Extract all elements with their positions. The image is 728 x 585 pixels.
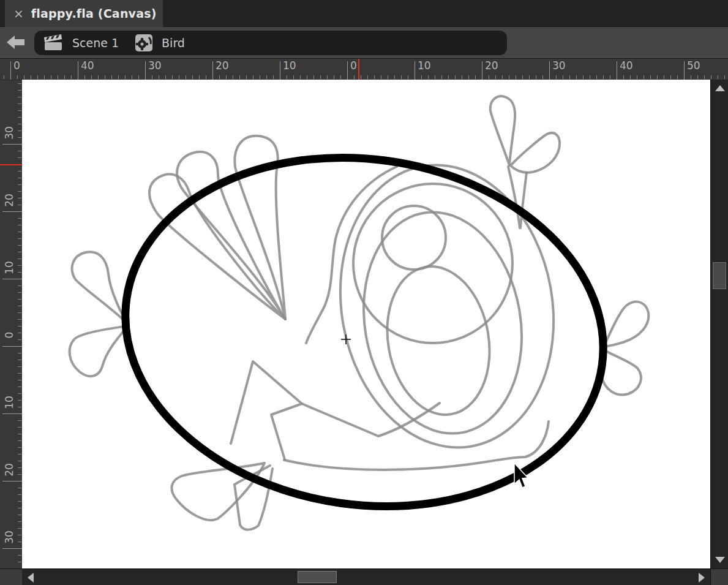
horizontal-ruler-minor-ticks bbox=[4, 75, 728, 79]
tab-close-icon[interactable]: × bbox=[13, 7, 24, 20]
vertical-scrollbar[interactable] bbox=[710, 80, 728, 568]
ruler-label: 40 bbox=[620, 59, 633, 72]
document-tab[interactable]: × flappy.fla (Canvas) bbox=[5, 0, 163, 27]
ruler-label: 50 bbox=[687, 59, 700, 72]
ruler-label: 10 bbox=[3, 390, 15, 415]
ruler-major-tick bbox=[347, 61, 348, 80]
ruler-major-tick bbox=[78, 61, 78, 80]
ruler-label: 20 bbox=[485, 59, 498, 72]
back-button[interactable] bbox=[6, 35, 26, 50]
symbol-breadcrumb-label[interactable]: Bird bbox=[162, 36, 185, 50]
scroll-right-button[interactable] bbox=[694, 569, 709, 585]
ruler-label: 0 bbox=[3, 323, 15, 347]
ruler-major-tick bbox=[415, 61, 415, 80]
scrollbar-corner-bottom-left bbox=[0, 568, 22, 585]
ruler-label: 40 bbox=[81, 59, 94, 72]
scene-breadcrumb-label[interactable]: Scene 1 bbox=[72, 36, 119, 50]
scene-clapperboard-icon bbox=[43, 34, 64, 52]
horizontal-ruler-red-marker bbox=[358, 59, 359, 80]
ruler-label: 30 bbox=[552, 59, 566, 72]
back-arrow-icon bbox=[6, 35, 26, 50]
ruler-major-tick bbox=[145, 61, 146, 80]
scroll-left-icon bbox=[28, 573, 34, 583]
ruler-major-tick bbox=[212, 61, 213, 80]
symbol-icon bbox=[135, 34, 153, 52]
tab-bar: × flappy.fla (Canvas) bbox=[0, 0, 728, 27]
horizontal-ruler: 04030201001020304050 bbox=[0, 59, 728, 80]
ruler-label: 30 bbox=[3, 121, 15, 145]
vertical-ruler-minor-ticks bbox=[18, 83, 21, 568]
scroll-down-button[interactable] bbox=[711, 553, 728, 567]
ruler-major-tick bbox=[617, 61, 617, 80]
ruler-label: 20 bbox=[3, 458, 15, 482]
breadcrumb: Scene 1 Bird bbox=[34, 31, 507, 55]
horizontal-scroll-thumb[interactable] bbox=[298, 571, 337, 583]
ruler-major-tick bbox=[10, 61, 11, 80]
edit-bar: Scene 1 Bird bbox=[0, 27, 728, 59]
scroll-left-button[interactable] bbox=[23, 569, 38, 585]
stage-canvas[interactable] bbox=[22, 80, 710, 568]
ruler-label: 30 bbox=[148, 59, 162, 72]
ruler-label: 10 bbox=[283, 59, 296, 72]
vertical-ruler-red-marker bbox=[0, 164, 22, 165]
ruler-label: 10 bbox=[418, 59, 431, 72]
ruler-major-tick bbox=[280, 61, 280, 80]
scroll-down-icon bbox=[715, 557, 725, 563]
ruler-major-tick bbox=[482, 61, 482, 80]
ruler-major-tick bbox=[684, 61, 685, 80]
ruler-label: 0 bbox=[350, 59, 357, 72]
horizontal-scrollbar[interactable] bbox=[22, 568, 710, 585]
tab-title: flappy.fla (Canvas) bbox=[31, 7, 157, 20]
scroll-up-button[interactable] bbox=[711, 81, 728, 96]
vertical-scroll-thumb[interactable] bbox=[713, 262, 726, 289]
scroll-right-icon bbox=[699, 573, 705, 583]
scroll-up-icon bbox=[715, 85, 725, 91]
vertical-ruler: 403020100102030 bbox=[0, 80, 22, 568]
drawing-surface bbox=[22, 80, 710, 568]
registration-crosshair bbox=[341, 334, 351, 344]
ruler-label: 20 bbox=[216, 59, 229, 72]
ruler-label: 30 bbox=[3, 525, 15, 549]
ruler-label: 10 bbox=[3, 255, 15, 280]
ruler-major-tick bbox=[549, 61, 550, 80]
scrollbar-corner-bottom-right bbox=[710, 568, 728, 585]
ruler-label: 0 bbox=[13, 59, 20, 72]
ruler-label: 20 bbox=[3, 188, 15, 213]
